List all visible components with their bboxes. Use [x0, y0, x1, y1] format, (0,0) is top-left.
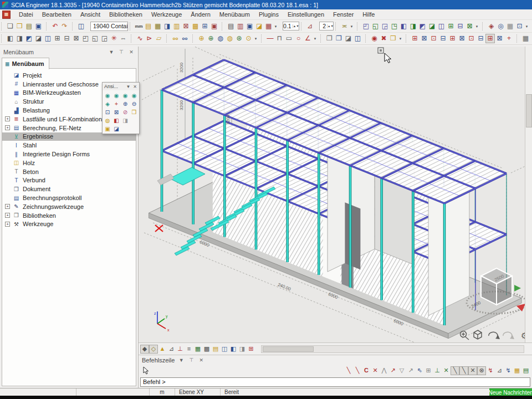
- visibility-caret[interactable]: ▾: [398, 34, 403, 43]
- tree-item-berechnungsprotokoll[interactable]: ▤Berechnungsprotokoll: [2, 193, 136, 202]
- ansicht-palette[interactable]: Ansi... ▼ ✕ ◉◉◉◉◈+⊕⊖⊡⊠⊘❒◍◧◨▣◪: [102, 82, 140, 134]
- viewport-tools[interactable]: ⚙: [461, 330, 529, 340]
- select-filter-3-icon[interactable]: ◲: [100, 34, 109, 43]
- palette-menu-icon[interactable]: ▼: [126, 84, 131, 89]
- menu-ndern[interactable]: Ändern: [186, 10, 214, 19]
- picture-icon[interactable]: ▦: [264, 22, 273, 31]
- snap-cross-icon[interactable]: ✕: [442, 366, 451, 375]
- select-layer-icon[interactable]: ◫: [43, 34, 53, 43]
- grid-settings-icon[interactable]: ▦: [505, 22, 515, 31]
- font-size-icon[interactable]: ≍: [340, 22, 349, 31]
- new-messages-badge[interactable]: Neue Nachrichten: [489, 388, 532, 396]
- menu-datei[interactable]: Datei: [14, 10, 38, 19]
- delete-icon[interactable]: ⊠: [181, 22, 191, 31]
- panel-pin-icon[interactable]: ⊤: [118, 49, 125, 55]
- polar-1-icon[interactable]: ↯: [486, 366, 495, 375]
- print-icon[interactable]: ▤: [226, 22, 236, 31]
- view-param-4-icon[interactable]: ◳: [390, 22, 399, 31]
- cmd-table-icon[interactable]: ▤: [521, 366, 530, 375]
- show-loads-icon[interactable]: ⊿: [167, 345, 176, 354]
- window-view-3-icon[interactable]: ◨: [238, 345, 247, 354]
- window-view-2-icon[interactable]: ◧: [229, 345, 238, 354]
- view-param-3-icon[interactable]: ◲: [380, 22, 390, 31]
- tree-item-zeichnungswerkzeuge[interactable]: +✎Zeichnungswerkzeuge: [2, 202, 136, 211]
- select-swap-icon[interactable]: ⇔: [119, 34, 128, 43]
- palette-close-icon[interactable]: ✕: [132, 84, 137, 89]
- model-canvas[interactable]: 3200 3200 3200 6000 240.00 6000 6000 240…: [139, 47, 532, 342]
- status-plane[interactable]: Ebene XY: [175, 388, 221, 396]
- 3d-viewport[interactable]: 3200 3200 3200 6000 240.00 6000 6000 240…: [139, 47, 532, 355]
- calculator-icon[interactable]: ▦: [153, 22, 162, 31]
- move-icon[interactable]: ❐: [334, 34, 344, 43]
- show-labels-icon[interactable]: ⊥: [176, 345, 185, 354]
- select-star-icon[interactable]: ✳: [109, 34, 119, 43]
- polar-2-icon[interactable]: ⊿: [495, 366, 504, 375]
- background-icon[interactable]: ▣: [104, 125, 112, 132]
- select-filter-1-icon[interactable]: ◰: [81, 34, 90, 43]
- spinner-arrows-icon[interactable]: ▲▼: [327, 24, 333, 28]
- member-tool-2-icon[interactable]: ⊠: [420, 34, 429, 43]
- render-solid-icon[interactable]: ◆: [140, 345, 149, 354]
- new-project-icon[interactable]: ❏: [6, 22, 15, 31]
- view-param-2-icon[interactable]: ◱: [371, 22, 380, 31]
- select-property-icon[interactable]: ⊞: [53, 34, 62, 43]
- cursor-snap-settings-icon[interactable]: ⇖: [415, 366, 424, 375]
- tree-item-beton[interactable]: TBeton: [2, 167, 136, 176]
- zoom-all-icon[interactable]: ⊠: [112, 108, 121, 116]
- zoom-out-icon[interactable]: ⊖: [130, 100, 139, 108]
- track-cross-icon[interactable]: ✕: [468, 366, 477, 375]
- show-surfaces-icon[interactable]: ▦: [193, 345, 202, 354]
- cmd-close-icon[interactable]: ✕: [198, 357, 204, 363]
- member-tool-6-icon[interactable]: ⊠: [457, 34, 467, 43]
- mdi-document-icon[interactable]: ▦: [2, 11, 11, 19]
- window-split-icon[interactable]: ◫: [76, 22, 86, 31]
- cmd-menu-icon[interactable]: ▼: [178, 357, 185, 363]
- member-tool-10-icon[interactable]: ⊠: [495, 34, 504, 43]
- render-wireframe-icon[interactable]: ◇: [149, 345, 158, 354]
- select-poly-icon[interactable]: ◩: [24, 34, 34, 43]
- node-tool-2-icon[interactable]: ⊕: [206, 34, 216, 43]
- member-tool-4-icon[interactable]: ⊟: [438, 34, 448, 43]
- view-x-icon[interactable]: ◉: [104, 91, 112, 99]
- draw-caret[interactable]: ▾: [313, 34, 318, 43]
- view-axo-icon[interactable]: ◉: [130, 91, 139, 99]
- view-param-5-icon[interactable]: ◧: [399, 22, 408, 31]
- track-arc-icon[interactable]: ╲: [459, 366, 468, 375]
- select-single-icon[interactable]: ◧: [6, 34, 15, 43]
- view-param-11-icon[interactable]: ⊟: [456, 22, 465, 31]
- node-tool-6-icon[interactable]: ⊙: [244, 34, 253, 43]
- tree-item-werkzeuge[interactable]: +⚒Werkzeuge: [2, 220, 136, 229]
- units-icon[interactable]: mm: [134, 22, 144, 31]
- tab-menubaum[interactable]: ≣ Menübaum: [2, 58, 49, 69]
- hscroll-thumb[interactable]: [263, 346, 314, 352]
- snap-circle-icon[interactable]: C: [362, 366, 371, 375]
- layers-icon[interactable]: ▤: [144, 22, 153, 31]
- menu-plugins[interactable]: Plugins: [254, 10, 283, 19]
- table-edit-icon[interactable]: ⊞: [200, 22, 209, 31]
- view-z-icon[interactable]: ◉: [121, 91, 130, 99]
- node-tool-caret[interactable]: ▾: [253, 34, 258, 43]
- viewport-hscrollbar[interactable]: [261, 345, 524, 353]
- polar-3-icon[interactable]: ↯: [504, 366, 513, 375]
- select-previous-icon[interactable]: ⊟: [62, 34, 71, 43]
- save-all-icon[interactable]: ▤: [24, 22, 34, 31]
- view-param-12-icon[interactable]: ⊠: [465, 22, 474, 31]
- menu-ansicht[interactable]: Ansicht: [76, 10, 105, 19]
- node-tool-3-icon[interactable]: ◍: [216, 34, 225, 43]
- scale-factor-icon[interactable]: ⊿: [305, 22, 315, 31]
- window-view-1-icon[interactable]: ◫: [220, 345, 229, 354]
- paste-attributes-icon[interactable]: ▥: [172, 22, 181, 31]
- tree-item-dokument[interactable]: ❒Dokument: [2, 185, 136, 193]
- menu-bibliotheken[interactable]: Bibliotheken: [105, 10, 147, 19]
- mirror-icon[interactable]: ◫: [353, 34, 362, 43]
- member-tool-7-icon[interactable]: ⊡: [467, 34, 476, 43]
- expand-icon[interactable]: +: [5, 125, 10, 130]
- cmd-calc-icon[interactable]: ▦: [513, 366, 521, 375]
- member-tool-1-icon[interactable]: ⊞: [410, 34, 420, 43]
- menu-hilfe[interactable]: Hilfe: [358, 10, 379, 19]
- light-icon[interactable]: ◍: [104, 116, 112, 124]
- export-folder-icon[interactable]: ❒: [388, 34, 398, 43]
- tree-item-stahl[interactable]: IStahl: [2, 141, 136, 150]
- snap-line-icon[interactable]: ╲: [344, 366, 353, 375]
- status-units[interactable]: m: [150, 388, 175, 396]
